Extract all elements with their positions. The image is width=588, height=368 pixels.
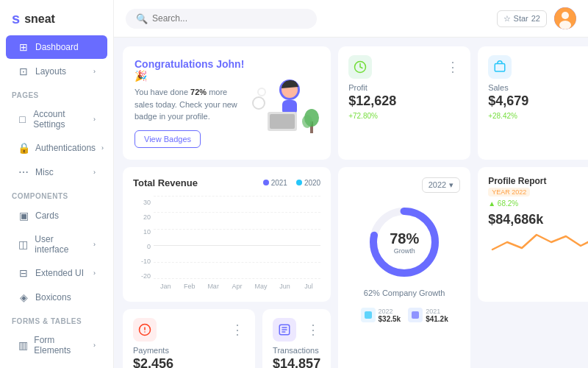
- payments-card-header: ⋮: [133, 318, 245, 342]
- welcome-text: Congratulations John! 🎉 You have done 72…: [135, 58, 245, 148]
- sidebar-item-layouts[interactable]: ⊡ Layouts ›: [6, 60, 107, 83]
- growth-subtitle: 62% Company Growth: [364, 289, 445, 297]
- account-settings-icon: □: [18, 113, 27, 125]
- profile-sparkline: [488, 227, 588, 257]
- payments-label: Payments: [133, 346, 245, 355]
- chart-area: Jan Feb Mar Apr May Jun Jul: [154, 196, 320, 291]
- profit-label: Profit: [348, 83, 460, 92]
- misc-icon: ⋯: [18, 166, 29, 178]
- growth-stat-2021-icon: [408, 308, 423, 322]
- transactions-more-button[interactable]: ⋮: [306, 323, 320, 336]
- growth-stats: 2022 $32.5k 2021 $41.2k: [361, 308, 448, 323]
- profile-year-badge: YEAR 2022: [488, 188, 530, 197]
- chevron-right-icon: ›: [93, 241, 96, 248]
- sidebar-item-dashboard[interactable]: ⊞ Dashboard: [6, 35, 107, 59]
- welcome-illustration: [245, 74, 319, 132]
- year-select[interactable]: 2022 ▾: [422, 177, 460, 193]
- ui-icon: ◫: [18, 238, 29, 250]
- x-label-feb: Feb: [177, 283, 201, 290]
- sidebar-item-form-elements[interactable]: ▥ Form Elements ›: [6, 329, 107, 361]
- y-label-30: 30: [133, 199, 151, 206]
- legend-2021: 2021: [263, 179, 287, 187]
- y-label-n10: -10: [133, 258, 151, 265]
- profile-title: Profile Report: [488, 176, 546, 186]
- profit-card-header: ⋮: [348, 55, 460, 79]
- profile-report-card: Profile Report YEAR 2022 ⋮ ▲ 68.2% $84,6…: [478, 167, 588, 302]
- search-icon: 🔍: [136, 13, 148, 24]
- search-box[interactable]: 🔍: [126, 9, 317, 29]
- profit-more-button[interactable]: ⋮: [446, 60, 460, 74]
- profile-value: $84,686k: [488, 212, 588, 227]
- sidebar-item-boxicons[interactable]: ◈ Boxicons: [6, 286, 107, 309]
- growth-stat-2022: 2022 $32.5k: [361, 308, 401, 323]
- revenue-title: Total Revenue: [133, 177, 198, 188]
- header: 🔍 ☆ Star 22: [114, 0, 588, 38]
- main-content: 🔍 ☆ Star 22 Congratulations John! 🎉: [114, 0, 588, 368]
- sidebar-item-authentications[interactable]: 🔒 Authentications ›: [6, 136, 107, 160]
- avatar[interactable]: [554, 7, 576, 29]
- chevron-right-icon: ›: [93, 116, 96, 123]
- logo: s sneat: [0, 0, 113, 35]
- sales-highlight: 72%: [190, 88, 207, 96]
- header-right: ☆ Star 22: [497, 7, 576, 29]
- profile-header: Profile Report YEAR 2022 ⋮: [488, 176, 588, 197]
- sidebar-item-cards[interactable]: ▣ Cards: [6, 204, 107, 227]
- profile-change: ▲ 68.2%: [488, 199, 588, 208]
- extended-ui-icon: ⊟: [18, 267, 29, 279]
- growth-card: 2022 ▾ 78% Growth 62% Company Growth: [338, 167, 470, 369]
- svg-rect-19: [365, 311, 372, 319]
- cards-icon: ▣: [18, 210, 29, 222]
- x-label-mar: Mar: [201, 283, 225, 290]
- profile-title-area: Profile Report YEAR 2022: [488, 176, 546, 197]
- chevron-right-icon: ›: [93, 342, 96, 349]
- sales-label: Sales: [488, 83, 588, 92]
- y-label-n20: -20: [133, 272, 151, 280]
- chart-legend: 2021 2020: [263, 179, 321, 187]
- dashboard-icon: ⊞: [18, 41, 29, 53]
- svg-point-1: [562, 12, 569, 19]
- chevron-right-icon: ›: [93, 169, 96, 176]
- y-label-10: 10: [133, 228, 151, 236]
- sales-value: $4,679: [488, 93, 588, 109]
- welcome-title: Congratulations John! 🎉: [135, 58, 245, 82]
- x-label-jun: Jun: [273, 283, 296, 290]
- logo-icon: s: [12, 10, 20, 27]
- svg-point-10: [302, 115, 312, 128]
- welcome-body: You have done 72% more sales today. Chec…: [135, 86, 245, 123]
- auth-icon: 🔒: [18, 142, 29, 154]
- svg-rect-20: [412, 311, 419, 319]
- search-input[interactable]: [152, 13, 306, 24]
- forms-section-label: FORMS & TABLES: [0, 310, 113, 328]
- profit-icon: [348, 55, 372, 79]
- chart-wrapper: 30 20 10 0 -10 -20: [133, 196, 320, 291]
- welcome-card: Congratulations John! 🎉 You have done 72…: [123, 46, 331, 160]
- sidebar-item-extended-ui[interactable]: ⊟ Extended UI ›: [6, 261, 107, 285]
- sidebar-item-form-layouts[interactable]: ▤ Form Layouts ›: [6, 362, 107, 368]
- payments-more-button[interactable]: ⋮: [231, 323, 245, 336]
- growth-stat-2021: 2021 $41.2k: [408, 308, 448, 323]
- person-illustration: [245, 74, 326, 140]
- chevron-right-icon: ›: [93, 269, 96, 277]
- growth-stat-2022-icon: [361, 308, 376, 322]
- view-badges-button[interactable]: View Badges: [135, 130, 201, 148]
- revenue-card: Total Revenue 2021 2020 30 20 10 0 -10 -…: [123, 167, 331, 302]
- payments-value: $2,456: [133, 356, 245, 369]
- payments-icon: [133, 318, 157, 342]
- star-icon: ☆: [503, 14, 511, 24]
- y-label-20: 20: [133, 213, 151, 221]
- x-label-apr: Apr: [225, 283, 248, 290]
- bars-area: [154, 196, 320, 280]
- donut-center: 78% Growth: [390, 230, 419, 254]
- sidebar-item-misc[interactable]: ⋯ Misc ›: [6, 160, 107, 184]
- growth-percentage: 78%: [390, 230, 419, 247]
- components-section-label: COMPONENTS: [0, 185, 113, 203]
- legend-2020: 2020: [296, 179, 320, 187]
- payments-card: ⋮ Payments $2,456 -14.82%: [123, 309, 255, 369]
- svg-rect-14: [495, 64, 505, 72]
- star-button[interactable]: ☆ Star 22: [497, 10, 547, 27]
- growth-label: Growth: [390, 247, 419, 254]
- sidebar-item-account-settings[interactable]: □ Account Settings ›: [6, 103, 107, 135]
- sidebar-item-user-interface[interactable]: ◫ User interface ›: [6, 228, 107, 261]
- y-axis: 30 20 10 0 -10 -20: [133, 196, 151, 291]
- svg-point-12: [258, 88, 265, 96]
